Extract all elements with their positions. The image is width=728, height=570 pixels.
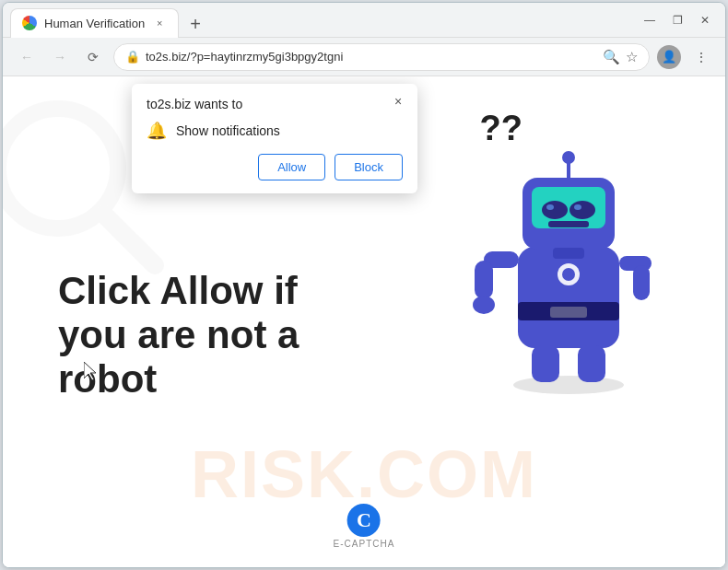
active-tab[interactable]: Human Verification ×: [10, 8, 179, 38]
svg-point-22: [562, 268, 575, 281]
svg-line-1: [104, 215, 155, 265]
back-button[interactable]: ←: [14, 44, 40, 70]
search-icon[interactable]: 🔍: [603, 49, 620, 65]
title-bar: Human Verification × + — ❐ ✕: [3, 3, 725, 38]
ecaptcha-icon: C: [347, 504, 381, 537]
profile-icon[interactable]: 👤: [657, 45, 681, 69]
popup-notification-text: Show notifications: [176, 123, 280, 138]
svg-point-11: [574, 204, 581, 210]
svg-rect-15: [553, 248, 584, 259]
popup-close-button[interactable]: ×: [388, 91, 408, 111]
mouse-cursor: [84, 362, 99, 380]
risk-watermark: RISK.COM: [191, 436, 537, 512]
menu-icon[interactable]: ⋮: [688, 44, 714, 70]
refresh-button[interactable]: ⟳: [80, 44, 106, 70]
tab-title: Human Verification: [44, 17, 145, 30]
popup-title: to2s.biz wants to: [147, 97, 403, 111]
bookmark-icon[interactable]: ☆: [626, 49, 638, 65]
close-button[interactable]: ✕: [692, 7, 718, 33]
svg-point-14: [562, 151, 575, 164]
svg-rect-3: [518, 247, 619, 348]
block-button[interactable]: Block: [335, 154, 403, 180]
url-bar[interactable]: 🔒 to2s.biz/?p=haytinrzmy5gi3bpgy2tgni 🔍 …: [113, 43, 650, 71]
svg-rect-20: [633, 265, 650, 300]
restore-button[interactable]: ❐: [664, 7, 690, 33]
svg-point-10: [546, 204, 554, 210]
address-bar: ← → ⟳ 🔒 to2s.biz/?p=haytinrzmy5gi3bpgy2t…: [3, 38, 725, 76]
url-text: to2s.biz/?p=haytinrzmy5gi3bpgy2tgni: [146, 50, 597, 64]
robot-illustration: [449, 104, 670, 399]
tab-close-button[interactable]: ×: [152, 16, 167, 30]
page-content: RISK.COM Click Allow if you are not a ro…: [3, 76, 725, 567]
svg-rect-5: [550, 307, 587, 318]
svg-point-18: [473, 296, 495, 314]
svg-marker-25: [84, 362, 96, 380]
forward-button[interactable]: →: [47, 44, 73, 70]
bell-icon: 🔔: [147, 121, 167, 141]
ecaptcha-label: E-CAPTCHA: [334, 539, 395, 549]
svg-rect-12: [548, 221, 589, 227]
svg-point-8: [542, 201, 568, 219]
svg-rect-17: [475, 261, 493, 299]
lock-icon: 🔒: [125, 50, 140, 64]
question-marks: ??: [480, 109, 523, 148]
svg-rect-23: [532, 345, 559, 382]
window-controls: — ❐ ✕: [637, 7, 718, 33]
main-text-line2: you are not a: [58, 313, 299, 357]
allow-button[interactable]: Allow: [258, 154, 325, 180]
main-text-line1: Click Allow if: [58, 269, 299, 313]
notification-popup: × to2s.biz wants to 🔔 Show notifications…: [132, 84, 417, 193]
main-text: Click Allow if you are not a robot: [58, 269, 299, 402]
popup-buttons: Allow Block: [147, 154, 403, 180]
main-content: RISK.COM Click Allow if you are not a ro…: [3, 76, 725, 567]
minimize-button[interactable]: —: [637, 7, 663, 33]
new-tab-button[interactable]: +: [182, 12, 208, 38]
svg-rect-24: [578, 345, 605, 382]
popup-notification-row: 🔔 Show notifications: [147, 121, 403, 141]
tab-favicon: [22, 16, 37, 30]
tab-area: Human Verification × +: [10, 3, 629, 38]
browser-window: Human Verification × + — ❐ ✕ ← → ⟳ 🔒 to2…: [2, 2, 726, 568]
ecaptcha-logo: C E-CAPTCHA: [334, 504, 395, 549]
svg-point-9: [569, 201, 595, 219]
svg-point-2: [513, 376, 624, 394]
url-icons: 🔍 ☆: [603, 49, 638, 65]
